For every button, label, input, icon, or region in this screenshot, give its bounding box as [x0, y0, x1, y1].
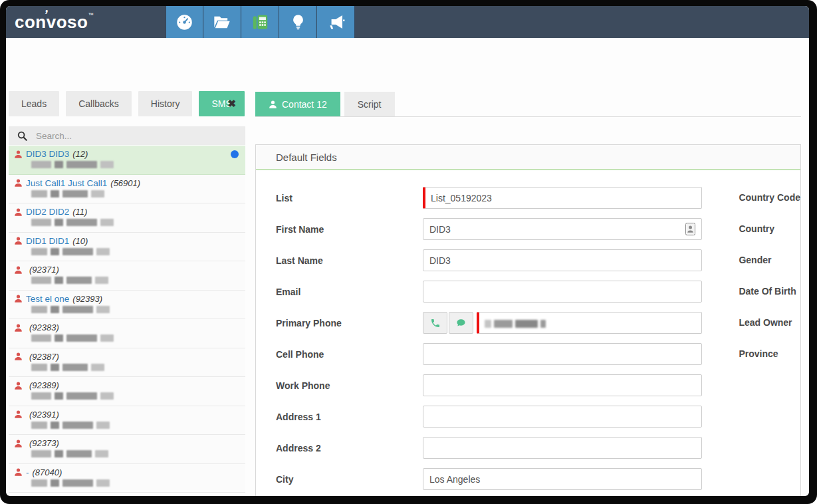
- field-label: Lead Owner: [739, 312, 800, 334]
- redacted-phone-number: [31, 392, 239, 400]
- field-label: Country: [739, 218, 800, 240]
- field-label: City: [276, 474, 423, 485]
- field-row: First Name DID3: [276, 218, 713, 240]
- folder-icon-glyph: [213, 13, 231, 31]
- section-title: Default Fields: [256, 145, 800, 170]
- autofill-contact-icon[interactable]: [685, 223, 695, 235]
- contact-list-item[interactable]: (92391): [9, 406, 245, 436]
- phone-system-icon[interactable]: [241, 6, 279, 38]
- field-input[interactable]: [423, 374, 702, 396]
- contact-list-item[interactable]: (92371): [9, 261, 245, 291]
- sidebar-tab-label: Leads: [21, 98, 47, 109]
- call-button[interactable]: [423, 312, 447, 334]
- field-label: First Name: [276, 224, 423, 235]
- sms-button[interactable]: [449, 312, 473, 334]
- field-value: DID3: [429, 255, 451, 266]
- field-input[interactable]: [423, 437, 702, 459]
- contact-list-item[interactable]: DID1 DID1 (10): [9, 233, 245, 262]
- field-label: Cell Phone: [276, 349, 423, 360]
- contact-panel-tab[interactable]: Contact 12: [255, 92, 340, 116]
- sidebar-tab[interactable]: Callbacks: [66, 91, 132, 116]
- dashboard-icon-glyph: [175, 13, 193, 31]
- field-label: Province: [739, 343, 800, 365]
- contact-list-item[interactable]: Test el one (92393): [9, 291, 245, 320]
- sidebar-tab[interactable]: History: [138, 91, 193, 116]
- redacted-phone-number: [31, 219, 239, 227]
- redacted-phone-number: [31, 479, 239, 487]
- contact-lead-id: (92387): [29, 352, 59, 362]
- field-input[interactable]: DID3: [423, 249, 702, 271]
- field-row: Work Phone: [276, 374, 713, 396]
- person-icon: [14, 410, 23, 419]
- field-label: List: [276, 193, 423, 203]
- redacted-phone-value: [485, 318, 548, 328]
- field-row: Email: [276, 281, 713, 303]
- dashboard-icon[interactable]: [166, 6, 203, 38]
- field-input[interactable]: Los Angeles: [423, 468, 702, 490]
- contact-panel-tab[interactable]: Script: [344, 92, 395, 116]
- contact-search-bar: [9, 126, 245, 145]
- megaphone-icon[interactable]: [317, 6, 355, 38]
- contact-list-item[interactable]: - (87040): [9, 464, 245, 493]
- contact-list-item[interactable]: DID2 DID2 (11): [9, 203, 245, 233]
- phone-handset-icon: [430, 318, 441, 328]
- field-row: List List_05192023: [276, 187, 713, 209]
- field-input[interactable]: [423, 406, 702, 428]
- field-label: Country Code: [739, 187, 800, 209]
- redacted-phone-number: [31, 306, 239, 314]
- unread-indicator-dot: [231, 150, 239, 158]
- field-input[interactable]: List_05192023: [423, 187, 702, 209]
- contact-name: DID3 DID3: [26, 149, 69, 159]
- field-input[interactable]: DID3: [423, 218, 702, 240]
- person-icon: [14, 323, 23, 332]
- redacted-phone-number: [31, 364, 239, 372]
- field-value: List_05192023: [431, 193, 492, 203]
- phone-action-buttons: [423, 312, 475, 334]
- field-label: Address 1: [276, 412, 423, 422]
- field-row: Cell Phone: [276, 343, 713, 365]
- contact-list-item[interactable]: (92373): [9, 435, 245, 464]
- chat-bubble-icon: [455, 318, 467, 328]
- person-icon: [14, 150, 23, 159]
- folder-icon[interactable]: [203, 6, 241, 38]
- contact-lead-id: (92389): [29, 380, 59, 390]
- contact-lead-id: (56901): [110, 178, 140, 188]
- contact-list-item[interactable]: (92387): [9, 348, 245, 378]
- contact-lead-id: (92391): [29, 410, 59, 420]
- contact-list-item[interactable]: DID3 DID3 (12): [9, 146, 245, 175]
- field-input[interactable]: [477, 312, 702, 334]
- redacted-phone-number: [31, 161, 239, 169]
- app-window: convosoʼ™: [6, 6, 809, 496]
- redacted-phone-number: [31, 248, 239, 256]
- field-label: Last Name: [276, 255, 423, 266]
- contact-person-icon: [269, 100, 277, 109]
- sidebar-tab-label: History: [151, 98, 180, 109]
- contact-lead-id: (11): [72, 207, 87, 217]
- lightbulb-icon[interactable]: [279, 6, 317, 38]
- contact-lead-id: (12): [72, 149, 88, 159]
- field-input[interactable]: [423, 281, 702, 303]
- field-input[interactable]: [423, 343, 702, 365]
- sms-contact-list: DID3 DID3 (12) Just Cal: [9, 146, 245, 493]
- field-label: Email: [276, 287, 423, 297]
- contact-list-item[interactable]: (92389): [9, 377, 245, 406]
- redacted-phone-number: [31, 450, 239, 458]
- field-row: Last Name DID3: [276, 249, 713, 271]
- person-icon: [14, 467, 23, 477]
- contact-list-item[interactable]: (92383): [9, 319, 245, 348]
- person-icon: [14, 178, 23, 188]
- search-input[interactable]: [36, 131, 209, 141]
- redacted-phone-number: [31, 190, 239, 198]
- sidebar-tab[interactable]: Leads: [9, 91, 59, 116]
- contact-name: -: [26, 467, 29, 477]
- top-navbar: convosoʼ™: [6, 6, 809, 38]
- contact-list-item[interactable]: Just Call1 Just Call1 (56901): [9, 175, 245, 204]
- close-icon[interactable]: ✖: [227, 98, 236, 110]
- redacted-phone-number: [31, 334, 239, 342]
- default-fields-left-column: List List_05192023: [276, 187, 713, 496]
- field-value: Los Angeles: [429, 474, 480, 485]
- sidebar-tab[interactable]: SMS: [199, 91, 244, 116]
- field-label: Date Of Birth: [739, 281, 800, 303]
- contact-name: DID2 DID2: [26, 207, 69, 217]
- contact-lead-id: (92373): [29, 438, 59, 448]
